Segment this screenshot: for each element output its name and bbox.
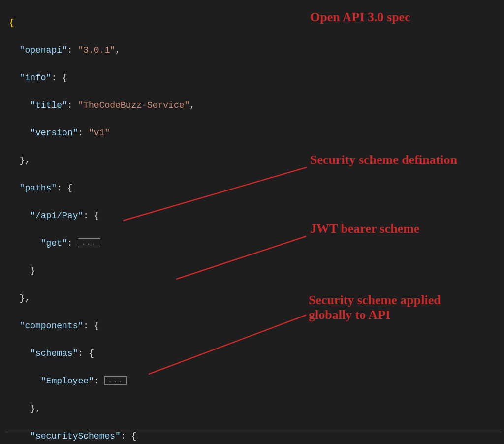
key-paths: "paths" — [20, 183, 57, 193]
gutter — [0, 0, 4, 444]
key-components: "components" — [20, 321, 84, 331]
key-employee: "Employee" — [41, 376, 94, 386]
code-editor[interactable]: { "openapi": "3.0.1", "info": { "title":… — [0, 0, 504, 444]
divider — [5, 432, 501, 432]
code-block: { "openapi": "3.0.1", "info": { "title":… — [4, 2, 504, 444]
val-version: "v1" — [89, 128, 110, 138]
key-get: "get" — [41, 238, 67, 248]
val-openapi: "3.0.1" — [78, 45, 115, 55]
key-securityschemes: "securitySchemes" — [30, 431, 121, 441]
val-title: "TheCodeBuzz-Service" — [78, 100, 189, 110]
key-schemas: "schemas" — [30, 349, 78, 358]
key-openapi: "openapi" — [20, 45, 67, 55]
key-title: "title" — [30, 100, 67, 110]
key-version: "version" — [30, 128, 78, 138]
key-info: "info" — [20, 73, 52, 83]
key-api-pay: "/api/Pay" — [30, 211, 83, 221]
fold-indicator[interactable]: ... — [104, 376, 126, 385]
fold-indicator[interactable]: ... — [78, 238, 100, 247]
